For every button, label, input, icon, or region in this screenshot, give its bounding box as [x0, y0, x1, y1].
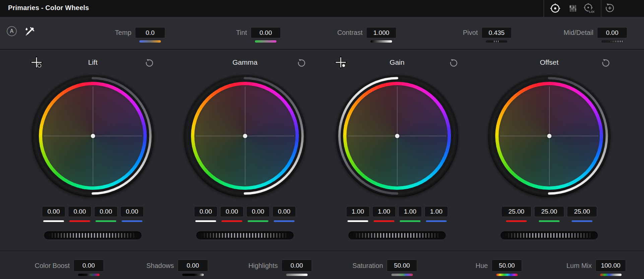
lift-wheel-surface[interactable]: [42, 85, 143, 186]
mid-detail-slider[interactable]: [601, 40, 623, 43]
auto-balance-button[interactable]: A: [7, 26, 17, 36]
gain-red-value[interactable]: 1.00: [372, 206, 396, 217]
offset-blue-value[interactable]: 25.00: [567, 206, 597, 217]
wheel-label-lift: Lift: [29, 58, 156, 66]
color-wheels-mode-button[interactable]: [549, 2, 561, 14]
saturation-label: Saturation: [352, 260, 383, 272]
shadows-control: Shadows 0.00: [178, 260, 208, 276]
red-channel-bar: [69, 220, 90, 222]
color-boost-slider[interactable]: [78, 274, 100, 276]
reset-grade-button[interactable]: [604, 2, 616, 14]
gain-wheel-column: Gain: [333, 50, 461, 250]
highlights-value-field[interactable]: 0.00: [281, 260, 312, 272]
gain-values: 1.00 1.00 1.00 1.00: [333, 206, 461, 222]
color-wheels-area: Lift: [0, 50, 644, 250]
dial-ticks: [353, 233, 441, 238]
secondary-adjustments-bar: Color Boost 0.00 Shadows 0.00 Highlights…: [0, 250, 644, 279]
wheel-label-gain: Gain: [333, 58, 461, 66]
primaries-color-wheels-panel: Primaries - Color Wheels: [0, 0, 644, 279]
master-channel-bar: [347, 220, 368, 222]
lift-master-dial[interactable]: [44, 231, 141, 239]
lift-red-value[interactable]: 0.00: [68, 206, 91, 217]
lum-mix-value-field[interactable]: 100.00: [595, 260, 626, 272]
blue-channel-bar: [122, 220, 142, 222]
shadows-slider[interactable]: [182, 274, 204, 276]
gain-reset-button[interactable]: [449, 59, 458, 67]
lift-master-value[interactable]: 0.00: [42, 206, 65, 217]
gamma-blue-value[interactable]: 0.00: [272, 206, 296, 217]
offset-master-dial[interactable]: [501, 231, 598, 239]
log-wheels-mode-button[interactable]: LOG: [582, 2, 594, 14]
dial-ticks: [49, 233, 137, 238]
temp-slider[interactable]: [139, 40, 161, 43]
eyedropper-icon: [24, 26, 35, 37]
shadows-value-field[interactable]: 0.00: [178, 260, 208, 272]
gamma-balance-handle[interactable]: [243, 134, 247, 138]
offset-wheel-surface[interactable]: [499, 85, 600, 186]
pivot-slider[interactable]: [486, 40, 507, 43]
temp-value-field[interactable]: 0.0: [135, 27, 165, 38]
highlights-slider[interactable]: [286, 274, 308, 276]
lum-mix-slider[interactable]: [600, 274, 622, 276]
lift-balance-handle[interactable]: [91, 134, 95, 138]
page-title: Primaries - Color Wheels: [8, 4, 89, 12]
pivot-control: Pivot 0.435: [481, 27, 512, 43]
lift-blue-value[interactable]: 0.00: [120, 206, 144, 217]
hue-label: Hue: [475, 260, 488, 272]
hue-slider[interactable]: [496, 274, 518, 276]
gamma-green-value[interactable]: 0.00: [246, 206, 270, 217]
gamma-wheel-surface[interactable]: [194, 85, 296, 186]
gain-green-value[interactable]: 1.00: [398, 206, 422, 217]
saturation-control: Saturation 50.00: [387, 260, 417, 276]
offset-reset-button[interactable]: [601, 59, 610, 67]
gain-color-wheel[interactable]: [336, 74, 458, 197]
gamma-master-value[interactable]: 0.00: [194, 206, 217, 217]
offset-values: 25.00 25.00 25.00: [486, 206, 613, 222]
lum-mix-control: Lum Mix 100.00: [595, 260, 626, 276]
offset-color-wheel[interactable]: [488, 74, 610, 197]
tint-slider[interactable]: [255, 40, 276, 43]
master-channel-bar: [43, 220, 64, 222]
mid-detail-value-field[interactable]: 0.00: [597, 27, 627, 38]
reset-arrow-icon: [297, 59, 306, 67]
gamma-color-wheel[interactable]: [184, 74, 306, 197]
svg-text:LOG: LOG: [589, 10, 594, 13]
pivot-value-field[interactable]: 0.435: [481, 27, 512, 38]
gain-wheel-surface[interactable]: [346, 85, 448, 186]
offset-balance-handle[interactable]: [547, 134, 552, 138]
dial-ticks: [201, 233, 289, 238]
tint-label: Tint: [236, 27, 247, 38]
gain-master-value[interactable]: 1.00: [346, 206, 370, 217]
lift-color-wheel[interactable]: [31, 74, 154, 197]
tint-control: Tint 0.00: [251, 27, 281, 43]
red-channel-bar: [506, 220, 527, 222]
color-boost-value-field[interactable]: 0.00: [73, 260, 104, 272]
tint-value-field[interactable]: 0.00: [251, 27, 281, 38]
titlebar-divider: [543, 0, 544, 17]
gamma-master-dial[interactable]: [196, 231, 294, 239]
contrast-value-field[interactable]: 1.000: [366, 27, 396, 38]
green-channel-bar: [248, 220, 268, 222]
gamma-values: 0.00 0.00 0.00 0.00: [181, 206, 309, 222]
gain-balance-handle[interactable]: [395, 134, 399, 138]
hue-value-field[interactable]: 50.00: [492, 260, 522, 272]
lift-reset-button[interactable]: [145, 59, 154, 67]
gain-blue-value[interactable]: 1.00: [425, 206, 448, 217]
gamma-red-value[interactable]: 0.00: [220, 206, 244, 217]
white-balance-picker-button[interactable]: [24, 26, 35, 37]
contrast-slider[interactable]: [371, 40, 392, 43]
lum-mix-label: Lum Mix: [566, 260, 592, 272]
saturation-slider[interactable]: [391, 274, 413, 276]
reset-arrow-icon: [145, 59, 154, 67]
saturation-value-field[interactable]: 50.00: [387, 260, 417, 272]
gamma-reset-button[interactable]: [297, 59, 306, 67]
mid-detail-control: Mid/Detail 0.00: [597, 27, 627, 43]
color-bars-mode-button[interactable]: [567, 2, 579, 14]
lift-green-value[interactable]: 0.00: [94, 206, 118, 217]
offset-green-value[interactable]: 25.00: [534, 206, 564, 217]
color-boost-control: Color Boost 0.00: [73, 260, 104, 276]
gain-master-dial[interactable]: [348, 231, 446, 239]
blue-channel-bar: [572, 220, 592, 222]
adjustment-bar: A Temp 0.0 Tint 0.00 C: [0, 17, 644, 50]
offset-red-value[interactable]: 25.00: [501, 206, 531, 217]
